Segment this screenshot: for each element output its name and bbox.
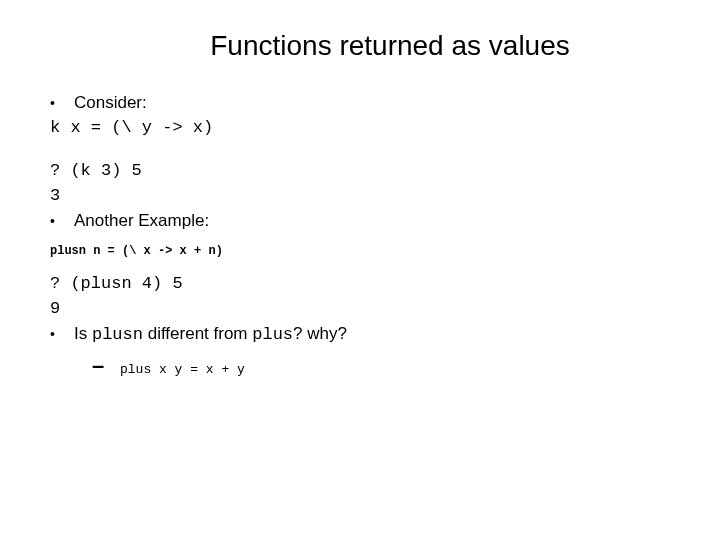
bullet-text: Another Example:: [74, 210, 209, 233]
bullet-icon: •: [50, 325, 74, 344]
slide-content: • Consider: k x = (\ y -> x) ? (k 3) 5 3…: [50, 92, 670, 380]
bullet-another: • Another Example:: [50, 210, 670, 233]
code-plusn-definition: plusn n = (\ x -> x + n): [50, 243, 670, 259]
bullet-text: Consider:: [74, 92, 147, 115]
text-mid: different from: [143, 324, 252, 343]
text-prefix: Is: [74, 324, 92, 343]
code-k-eval: ? (k 3) 5: [50, 160, 670, 183]
code-k-definition: k x = (\ y -> x): [50, 117, 670, 140]
code-plusn-eval: ? (plusn 4) 5: [50, 273, 670, 296]
question-text: Is plusn different from plus? why?: [74, 323, 347, 347]
code-plus-definition: plus x y = x + y: [120, 361, 245, 379]
bullet-consider: • Consider:: [50, 92, 670, 115]
code-plusn-ref: plusn: [92, 325, 143, 344]
sub-bullet-plus: – plus x y = x + y: [92, 351, 670, 381]
code-plus-ref: plus: [252, 325, 293, 344]
bullet-question: • Is plusn different from plus? why?: [50, 323, 670, 347]
text-suffix: ? why?: [293, 324, 347, 343]
dash-icon: –: [92, 351, 120, 381]
code-k-result: 3: [50, 185, 670, 208]
slide-title: Functions returned as values: [110, 30, 670, 62]
bullet-icon: •: [50, 94, 74, 113]
code-plusn-result: 9: [50, 298, 670, 321]
bullet-icon: •: [50, 212, 74, 231]
